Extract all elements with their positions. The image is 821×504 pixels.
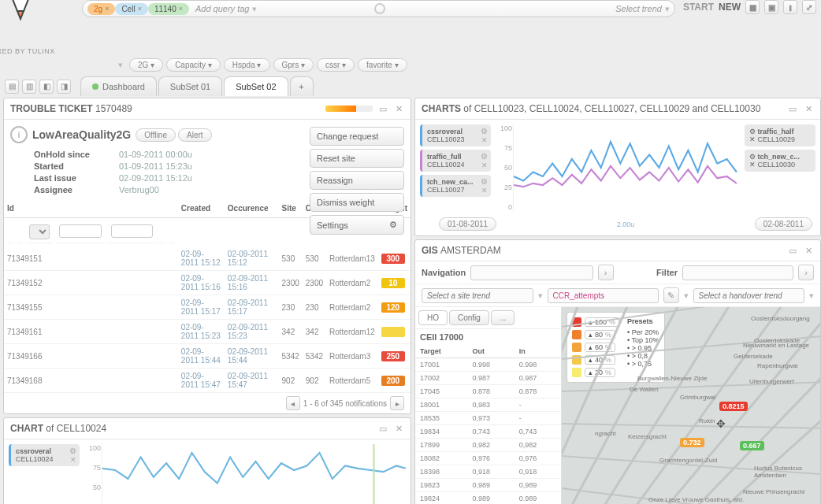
table-row[interactable]: 7134916602-09-2011 15:4402-09-2011 15:44…	[4, 344, 410, 369]
close-icon[interactable]: ✕	[481, 161, 488, 169]
map-view[interactable]: ▴100%▴80%▴60%▴40%▴20% Presets• Per 20%• …	[562, 307, 820, 504]
col-header[interactable]: Created	[178, 199, 225, 218]
table-row[interactable]: 198340,7430,743	[415, 425, 561, 439]
filter-chip[interactable]: Capacity ▾	[166, 58, 221, 72]
remove-tag-icon[interactable]: ×	[138, 5, 142, 13]
handover-trend-select[interactable]	[693, 288, 805, 303]
table-row[interactable]: 170450.8780.878	[415, 385, 561, 398]
filter-input[interactable]	[682, 265, 793, 280]
status-pill[interactable]: Alert	[178, 128, 212, 142]
chart-icon[interactable]: ⫿	[783, 0, 797, 14]
map-marker[interactable]: 0.732	[680, 438, 704, 447]
gis-tab[interactable]: Config	[449, 310, 489, 325]
close-icon[interactable]: ✕	[70, 456, 76, 464]
tab-Dashboard[interactable]: Dashboard	[80, 76, 157, 96]
table-row[interactable]: 7134915202-09-2011 15:1602-09-2011 15:16…	[4, 271, 410, 295]
page-next-icon[interactable]: ▸	[390, 396, 404, 410]
action-button[interactable]: Reset site	[310, 149, 404, 168]
tab-SubSet 02[interactable]: SubSet 02	[224, 76, 288, 96]
gear-icon[interactable]: ⚙	[481, 127, 488, 135]
query-tag[interactable]: 11140×	[148, 3, 189, 15]
table-row[interactable]: 7134915502-09-2011 15:1702-09-2011 15:17…	[4, 295, 410, 320]
col-header[interactable]: Occurence	[225, 199, 279, 218]
series-tag[interactable]: cssroveralCELL10024⚙✕	[9, 444, 80, 466]
query-tag[interactable]: Cell×	[115, 3, 148, 15]
table-row[interactable]: 7134915102-09-2011 15:1202-09-2011 15:12…	[4, 246, 410, 271]
minimize-icon[interactable]: ▭	[787, 103, 798, 114]
preset-item[interactable]: • Per 20%	[627, 328, 659, 336]
filter-chip[interactable]: favorite ▾	[358, 58, 407, 72]
minimize-icon[interactable]: ▭	[377, 103, 388, 114]
query-tag-bar[interactable]: 2g×Cell×11140× Add query tag▾ Select tre…	[82, 0, 675, 17]
navigation-input[interactable]	[470, 265, 593, 280]
nav-go-icon[interactable]: ›	[598, 265, 614, 280]
table-row[interactable]: 180010,983-	[415, 398, 561, 412]
tool1-icon[interactable]: ▤	[5, 80, 19, 94]
status-pill[interactable]: Offline	[136, 128, 176, 142]
close-icon[interactable]: ✕	[393, 423, 404, 434]
table-row[interactable]: 170020.9870.987	[415, 372, 561, 385]
query-tag[interactable]: 2g×	[87, 3, 115, 15]
series-tag[interactable]: cssroveralCELL10023⚙✕	[420, 124, 491, 146]
col-header[interactable]: Id	[4, 199, 178, 218]
chart-end-date[interactable]: 02-08-2011	[755, 217, 812, 231]
action-button[interactable]: Change request	[310, 127, 404, 146]
filter-go-icon[interactable]: ›	[798, 265, 814, 280]
tool4-icon[interactable]: ◨	[57, 80, 71, 94]
site-filter[interactable]	[59, 224, 101, 238]
action-button[interactable]: Dismiss weight	[310, 193, 404, 212]
close-icon[interactable]: ✕	[481, 136, 488, 144]
up-icon[interactable]: ▴	[589, 331, 593, 339]
gis-tab[interactable]: ...	[491, 310, 515, 325]
table-row[interactable]: 180820,9760,976	[415, 452, 561, 465]
close-icon[interactable]: ✕	[749, 135, 756, 143]
tool3-icon[interactable]: ◧	[39, 80, 54, 94]
new-button[interactable]: NEW	[719, 2, 741, 13]
expand-icon[interactable]: ⤢	[802, 0, 816, 14]
cell-filter[interactable]	[111, 224, 153, 238]
up-icon[interactable]: ▴	[589, 343, 593, 351]
toolbox-icon[interactable]: ▦	[745, 0, 760, 14]
gear-icon[interactable]: ⚙	[69, 447, 76, 455]
win-icon[interactable]: ▣	[764, 0, 778, 14]
table-row[interactable]: 7134916102-09-2011 15:2302-09-2011 15:23…	[4, 320, 410, 344]
table-row[interactable]: 183980,9180,918	[415, 465, 561, 479]
remove-tag-icon[interactable]: ×	[105, 5, 109, 13]
minimize-icon[interactable]: ▭	[377, 423, 388, 434]
close-icon[interactable]: ✕	[803, 103, 814, 114]
minimize-icon[interactable]: ▭	[787, 245, 798, 256]
filter-chip[interactable]: Gprs ▾	[273, 58, 314, 72]
series-tag[interactable]: ⚙ traffic_half✕ CELL10029	[745, 124, 815, 146]
action-button[interactable]: Settings⚙	[310, 215, 404, 235]
occurrence-filter[interactable]: Show all	[29, 224, 50, 239]
up-icon[interactable]: ▴	[589, 369, 593, 376]
close-icon[interactable]: ✕	[481, 187, 488, 195]
tab-SubSet 01[interactable]: SubSet 01	[158, 76, 222, 96]
action-button[interactable]: Reassign	[310, 171, 404, 190]
col-header[interactable]: Site	[279, 199, 303, 218]
add-query-tag[interactable]: Add query tag	[195, 4, 250, 13]
map-marker[interactable]: 0.667	[740, 441, 764, 450]
table-row[interactable]: 198240.9890.989	[415, 492, 561, 505]
gis-tab[interactable]: HO	[418, 310, 448, 325]
gear-icon[interactable]: ⚙	[481, 152, 488, 161]
gear-icon[interactable]: ⚙	[481, 177, 488, 186]
threshold-spinner[interactable]: ▴80%	[585, 330, 615, 339]
tool2-icon[interactable]: ▥	[22, 80, 36, 94]
series-tag[interactable]: traffic_fullCELL10024⚙✕	[420, 150, 491, 172]
series-tag[interactable]: ⚙ tch_new_c...✕ CELL10030	[745, 150, 815, 172]
table-row[interactable]: 170010.9980.998	[415, 358, 561, 372]
table-row[interactable]: 7134916802-09-2011 15:4702-09-2011 15:47…	[4, 369, 410, 393]
preset-item[interactable]: • Top 10%	[627, 336, 659, 344]
filter-chip[interactable]: cssr ▾	[317, 58, 355, 72]
filter-chip[interactable]: 2G ▾	[129, 58, 163, 72]
table-row[interactable]: 185350,973-	[415, 412, 561, 425]
map-marker[interactable]: 0.8215	[719, 402, 748, 411]
site-trend-select[interactable]	[422, 288, 533, 303]
filter-chip[interactable]: Hspda ▾	[224, 58, 270, 72]
series-tag[interactable]: tch_new_ca...CELL10027⚙✕	[420, 175, 491, 197]
table-row[interactable]: 178990,9820,982	[415, 439, 561, 452]
close-icon[interactable]: ✕	[803, 245, 814, 256]
ccr-input[interactable]	[548, 288, 659, 303]
page-prev-icon[interactable]: ◂	[286, 396, 300, 410]
